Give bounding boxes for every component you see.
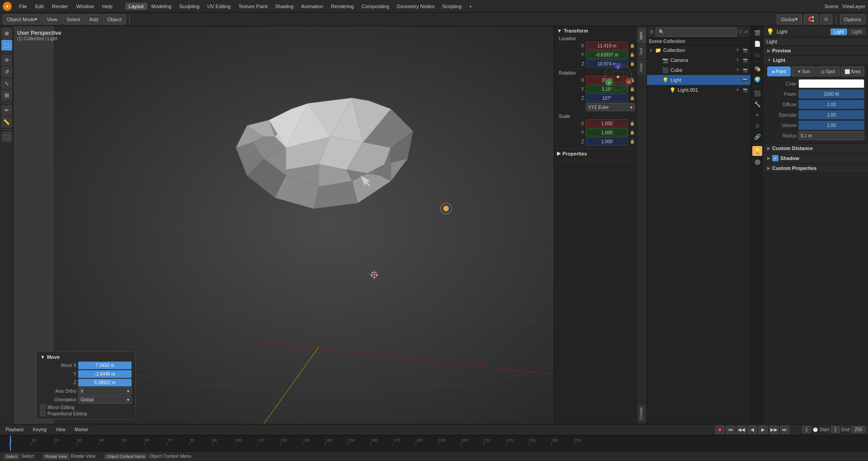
collection-expand[interactable]: ▼ [649,48,654,53]
viewport[interactable]: User Perspective (1) Collection | Light [14,26,646,424]
ol-light-001[interactable]: 💡 Light.001 👁 📷 [647,85,750,95]
light001-vis[interactable]: 👁 [734,86,741,94]
object-btn[interactable]: Object [103,14,126,24]
rot-lock-z[interactable]: 🔒 [630,96,635,100]
pi-object-data[interactable]: 💡 [752,146,762,156]
collection-vis[interactable]: 👁 [734,47,741,54]
ol-cube[interactable]: ⬛ Cube 👁 📷 [647,65,750,75]
ol-light[interactable]: ▼ 💡 Light 👁 📷 [647,75,750,85]
properties-title[interactable]: ▶ Properties [557,151,635,156]
radius-field[interactable]: 0.1 m [798,131,864,140]
workspace-add[interactable]: + [466,3,476,10]
menu-window[interactable]: Window [73,3,98,10]
light-type-area[interactable]: ⬜ Area [841,66,864,76]
camera-vis[interactable]: 👁 [734,56,741,64]
workspace-sculpting[interactable]: Sculpting [175,3,203,10]
tl-playback[interactable]: Playback [3,427,27,433]
light-render[interactable]: 📷 [741,76,749,84]
location-y[interactable]: -0.63937 m [586,51,628,59]
light-props-header[interactable]: ▼ Light [764,56,868,65]
pi-world[interactable]: 🌍 [752,75,762,85]
scene-name[interactable]: Scene [825,4,839,9]
pi-viewlayer[interactable]: 🗂 [752,50,762,60]
tl-prev-key[interactable]: ◀ [748,426,757,434]
color-picker[interactable] [798,79,864,88]
move-tool[interactable]: ✛ [1,55,12,66]
select-tool[interactable]: ⬚ [1,40,12,51]
lock-y[interactable]: 🔒 [630,52,635,57]
menu-file[interactable]: File [15,3,31,10]
pi-modifier[interactable]: 🔧 [752,99,762,109]
cursor-tool[interactable]: ⊕ [1,28,12,39]
scale-lock-y[interactable]: 🔒 [630,130,635,135]
tool-tab[interactable]: Tool [637,44,646,59]
workspace-geometry-nodes[interactable]: Geometry Nodes [393,3,438,10]
volume-field[interactable]: 1.00 [798,121,864,130]
start-frame[interactable]: 1 [831,426,840,433]
tl-play[interactable]: ▶ [759,426,768,434]
pi-particles[interactable]: ✦ [752,110,762,120]
ol-camera[interactable]: 📷 Camera 👁 📷 [647,55,750,65]
custom-distance-header[interactable]: ▶ Custom Distance [764,144,868,153]
pi-object[interactable]: ⬛ [752,89,762,99]
pi-physics[interactable]: ⚙ [752,121,762,131]
mirror-editing-checkbox[interactable] [40,405,46,410]
rotation-mode[interactable]: XYZ Euler ▾ [586,103,635,111]
add-cube-tool[interactable]: ⬛ [1,132,12,142]
snap-btn[interactable]: 🧲 [804,14,818,24]
tl-next-key[interactable]: ▶▶ [769,426,778,434]
add-btn[interactable]: Add [85,14,103,24]
workspace-texture-paint[interactable]: Texture Paint [235,3,271,10]
end-frame[interactable]: 250 [851,426,865,433]
view-layer-name[interactable]: ViewLayer [842,4,865,9]
tl-keying[interactable]: Keying [30,427,50,433]
scale-z[interactable]: 1.000 [586,137,628,146]
ol-collection[interactable]: ▼ 📁 Collection 👁 📷 [647,45,750,55]
pi-render[interactable]: 🎬 [752,28,762,38]
camera-render[interactable]: 📷 [741,56,749,64]
workspace-layout[interactable]: Layout [125,3,147,10]
transform-title[interactable]: ▼ Transform [557,28,635,33]
axis-ortho-select[interactable]: X ▾ [78,387,132,395]
pi-scene[interactable]: 🎭 [752,64,762,74]
outliner-sync[interactable]: ↺ [744,29,748,34]
transform-tool[interactable]: ⊞ [1,90,12,101]
move-x-field[interactable]: 7.3432 m [78,362,132,369]
menu-render[interactable]: Render [48,3,72,10]
tl-jump-end[interactable]: ⏭ [780,426,789,434]
light001-render[interactable]: 📷 [741,86,749,94]
workspace-modeling[interactable]: Modeling [148,3,175,10]
item-tab[interactable]: Item [637,28,646,43]
workspace-compositing[interactable]: Compositing [358,3,393,10]
proportional-btn[interactable]: ⊙ [820,14,832,24]
workspace-scripting[interactable]: Scripting [439,3,465,10]
move-z-field[interactable]: 0.28922 m [78,379,132,386]
pi-constraints[interactable]: 🔗 [752,132,762,142]
lock-x[interactable]: 🔒 [630,43,635,48]
light-type-point[interactable]: ● Point [767,66,791,76]
pi-output[interactable]: 📄 [752,39,762,49]
preview-header[interactable]: ▶ Preview [764,46,868,55]
workspace-uv-editing[interactable]: UV Editing [203,3,234,10]
props-tab-light[interactable]: Light [830,28,848,35]
tl-prev-frame[interactable]: ◀◀ [737,426,746,434]
timeline-ruler[interactable]: 1 10 20 30 40 50 60 70 80 90 1 [0,435,868,451]
tl-view[interactable]: View [53,427,68,433]
shadow-header[interactable]: ▶ ✓ Shadow [764,153,868,163]
menu-edit[interactable]: Edit [32,3,47,10]
mode-select[interactable]: Object Mode ▾ [3,14,42,24]
cube-vis[interactable]: 👁 [734,66,741,74]
scale-x[interactable]: 1.000 [586,119,628,127]
light-type-spot[interactable]: ◎ Spot [816,66,840,76]
workspace-shading[interactable]: Shading [272,3,297,10]
diffuse-field[interactable]: 1.00 [798,100,864,109]
proportional-editing-checkbox[interactable] [40,411,46,416]
shadow-checkbox[interactable]: ✓ [772,155,778,161]
nav-cube[interactable]: Z X Y [604,62,633,93]
create-tab[interactable]: Create [637,405,646,422]
power-field[interactable]: 1000 W [798,89,864,99]
cube-render[interactable]: 📷 [741,66,749,74]
view-tab[interactable]: View [637,60,646,75]
location-x[interactable]: 11.419 m [586,42,628,50]
annotate-tool[interactable]: ✏ [1,105,12,116]
